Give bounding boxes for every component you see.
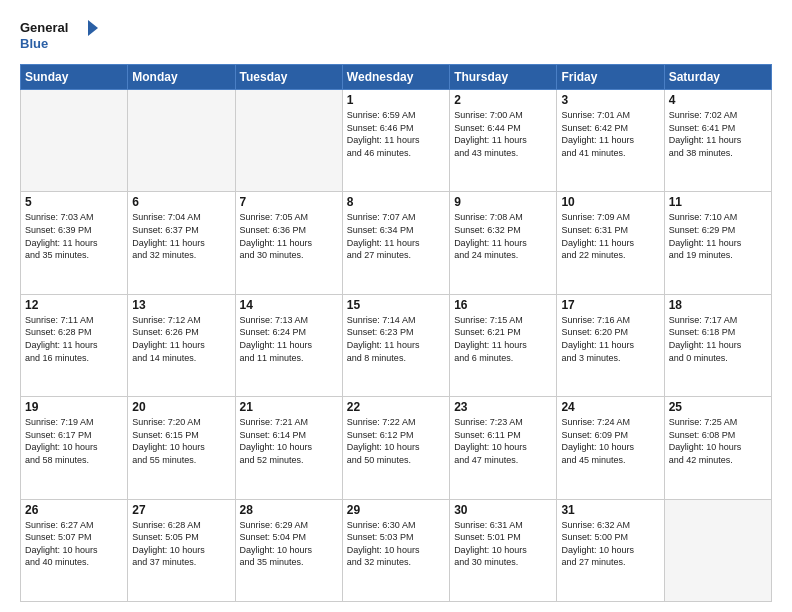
day-info: Sunrise: 6:30 AM Sunset: 5:03 PM Dayligh… bbox=[347, 519, 445, 569]
day-number: 1 bbox=[347, 93, 445, 107]
day-info: Sunrise: 7:16 AM Sunset: 6:20 PM Dayligh… bbox=[561, 314, 659, 364]
calendar-cell: 19Sunrise: 7:19 AM Sunset: 6:17 PM Dayli… bbox=[21, 397, 128, 499]
calendar-cell: 17Sunrise: 7:16 AM Sunset: 6:20 PM Dayli… bbox=[557, 294, 664, 396]
day-info: Sunrise: 7:01 AM Sunset: 6:42 PM Dayligh… bbox=[561, 109, 659, 159]
day-info: Sunrise: 7:15 AM Sunset: 6:21 PM Dayligh… bbox=[454, 314, 552, 364]
day-number: 28 bbox=[240, 503, 338, 517]
calendar-cell: 23Sunrise: 7:23 AM Sunset: 6:11 PM Dayli… bbox=[450, 397, 557, 499]
day-info: Sunrise: 7:11 AM Sunset: 6:28 PM Dayligh… bbox=[25, 314, 123, 364]
calendar-cell: 18Sunrise: 7:17 AM Sunset: 6:18 PM Dayli… bbox=[664, 294, 771, 396]
calendar-cell: 2Sunrise: 7:00 AM Sunset: 6:44 PM Daylig… bbox=[450, 90, 557, 192]
day-number: 23 bbox=[454, 400, 552, 414]
calendar-cell: 16Sunrise: 7:15 AM Sunset: 6:21 PM Dayli… bbox=[450, 294, 557, 396]
calendar-cell: 27Sunrise: 6:28 AM Sunset: 5:05 PM Dayli… bbox=[128, 499, 235, 601]
day-number: 10 bbox=[561, 195, 659, 209]
day-info: Sunrise: 7:20 AM Sunset: 6:15 PM Dayligh… bbox=[132, 416, 230, 466]
day-info: Sunrise: 7:12 AM Sunset: 6:26 PM Dayligh… bbox=[132, 314, 230, 364]
weekday-header-row: SundayMondayTuesdayWednesdayThursdayFrid… bbox=[21, 65, 772, 90]
week-row-4: 19Sunrise: 7:19 AM Sunset: 6:17 PM Dayli… bbox=[21, 397, 772, 499]
calendar-cell bbox=[664, 499, 771, 601]
day-number: 11 bbox=[669, 195, 767, 209]
day-number: 20 bbox=[132, 400, 230, 414]
day-number: 14 bbox=[240, 298, 338, 312]
day-number: 19 bbox=[25, 400, 123, 414]
day-info: Sunrise: 6:29 AM Sunset: 5:04 PM Dayligh… bbox=[240, 519, 338, 569]
day-info: Sunrise: 7:04 AM Sunset: 6:37 PM Dayligh… bbox=[132, 211, 230, 261]
day-number: 30 bbox=[454, 503, 552, 517]
weekday-sunday: Sunday bbox=[21, 65, 128, 90]
day-info: Sunrise: 7:10 AM Sunset: 6:29 PM Dayligh… bbox=[669, 211, 767, 261]
calendar-cell: 26Sunrise: 6:27 AM Sunset: 5:07 PM Dayli… bbox=[21, 499, 128, 601]
svg-text:General: General bbox=[20, 20, 68, 35]
svg-text:Blue: Blue bbox=[20, 36, 48, 51]
calendar-cell: 28Sunrise: 6:29 AM Sunset: 5:04 PM Dayli… bbox=[235, 499, 342, 601]
day-info: Sunrise: 6:32 AM Sunset: 5:00 PM Dayligh… bbox=[561, 519, 659, 569]
calendar-cell: 11Sunrise: 7:10 AM Sunset: 6:29 PM Dayli… bbox=[664, 192, 771, 294]
calendar-cell: 20Sunrise: 7:20 AM Sunset: 6:15 PM Dayli… bbox=[128, 397, 235, 499]
calendar-cell: 21Sunrise: 7:21 AM Sunset: 6:14 PM Dayli… bbox=[235, 397, 342, 499]
day-number: 12 bbox=[25, 298, 123, 312]
weekday-saturday: Saturday bbox=[664, 65, 771, 90]
weekday-friday: Friday bbox=[557, 65, 664, 90]
weekday-monday: Monday bbox=[128, 65, 235, 90]
calendar-table: SundayMondayTuesdayWednesdayThursdayFrid… bbox=[20, 64, 772, 602]
day-number: 16 bbox=[454, 298, 552, 312]
calendar-cell: 5Sunrise: 7:03 AM Sunset: 6:39 PM Daylig… bbox=[21, 192, 128, 294]
day-number: 22 bbox=[347, 400, 445, 414]
day-number: 17 bbox=[561, 298, 659, 312]
day-number: 9 bbox=[454, 195, 552, 209]
calendar-cell: 31Sunrise: 6:32 AM Sunset: 5:00 PM Dayli… bbox=[557, 499, 664, 601]
day-number: 2 bbox=[454, 93, 552, 107]
day-number: 24 bbox=[561, 400, 659, 414]
day-info: Sunrise: 7:07 AM Sunset: 6:34 PM Dayligh… bbox=[347, 211, 445, 261]
svg-marker-2 bbox=[88, 20, 98, 36]
logo-icon: General Blue bbox=[20, 18, 100, 54]
day-info: Sunrise: 7:22 AM Sunset: 6:12 PM Dayligh… bbox=[347, 416, 445, 466]
calendar-cell: 25Sunrise: 7:25 AM Sunset: 6:08 PM Dayli… bbox=[664, 397, 771, 499]
calendar-cell: 4Sunrise: 7:02 AM Sunset: 6:41 PM Daylig… bbox=[664, 90, 771, 192]
day-number: 18 bbox=[669, 298, 767, 312]
calendar-cell: 29Sunrise: 6:30 AM Sunset: 5:03 PM Dayli… bbox=[342, 499, 449, 601]
day-info: Sunrise: 7:17 AM Sunset: 6:18 PM Dayligh… bbox=[669, 314, 767, 364]
day-info: Sunrise: 7:08 AM Sunset: 6:32 PM Dayligh… bbox=[454, 211, 552, 261]
day-info: Sunrise: 6:28 AM Sunset: 5:05 PM Dayligh… bbox=[132, 519, 230, 569]
day-number: 29 bbox=[347, 503, 445, 517]
day-number: 4 bbox=[669, 93, 767, 107]
weekday-wednesday: Wednesday bbox=[342, 65, 449, 90]
day-info: Sunrise: 7:19 AM Sunset: 6:17 PM Dayligh… bbox=[25, 416, 123, 466]
page: General Blue SundayMondayTuesdayWednesda… bbox=[0, 0, 792, 612]
day-info: Sunrise: 7:02 AM Sunset: 6:41 PM Dayligh… bbox=[669, 109, 767, 159]
calendar-cell: 6Sunrise: 7:04 AM Sunset: 6:37 PM Daylig… bbox=[128, 192, 235, 294]
calendar-cell: 8Sunrise: 7:07 AM Sunset: 6:34 PM Daylig… bbox=[342, 192, 449, 294]
day-info: Sunrise: 7:25 AM Sunset: 6:08 PM Dayligh… bbox=[669, 416, 767, 466]
calendar-cell: 14Sunrise: 7:13 AM Sunset: 6:24 PM Dayli… bbox=[235, 294, 342, 396]
day-number: 5 bbox=[25, 195, 123, 209]
day-info: Sunrise: 7:21 AM Sunset: 6:14 PM Dayligh… bbox=[240, 416, 338, 466]
day-info: Sunrise: 6:27 AM Sunset: 5:07 PM Dayligh… bbox=[25, 519, 123, 569]
day-info: Sunrise: 7:05 AM Sunset: 6:36 PM Dayligh… bbox=[240, 211, 338, 261]
calendar-cell: 7Sunrise: 7:05 AM Sunset: 6:36 PM Daylig… bbox=[235, 192, 342, 294]
day-number: 25 bbox=[669, 400, 767, 414]
day-number: 27 bbox=[132, 503, 230, 517]
header: General Blue bbox=[20, 18, 772, 54]
calendar-cell bbox=[21, 90, 128, 192]
weekday-tuesday: Tuesday bbox=[235, 65, 342, 90]
day-number: 7 bbox=[240, 195, 338, 209]
day-info: Sunrise: 7:03 AM Sunset: 6:39 PM Dayligh… bbox=[25, 211, 123, 261]
day-info: Sunrise: 7:13 AM Sunset: 6:24 PM Dayligh… bbox=[240, 314, 338, 364]
calendar-cell: 12Sunrise: 7:11 AM Sunset: 6:28 PM Dayli… bbox=[21, 294, 128, 396]
logo: General Blue bbox=[20, 18, 100, 54]
day-number: 21 bbox=[240, 400, 338, 414]
day-info: Sunrise: 7:09 AM Sunset: 6:31 PM Dayligh… bbox=[561, 211, 659, 261]
calendar-cell: 3Sunrise: 7:01 AM Sunset: 6:42 PM Daylig… bbox=[557, 90, 664, 192]
day-number: 3 bbox=[561, 93, 659, 107]
week-row-2: 5Sunrise: 7:03 AM Sunset: 6:39 PM Daylig… bbox=[21, 192, 772, 294]
calendar-cell: 9Sunrise: 7:08 AM Sunset: 6:32 PM Daylig… bbox=[450, 192, 557, 294]
calendar-cell: 13Sunrise: 7:12 AM Sunset: 6:26 PM Dayli… bbox=[128, 294, 235, 396]
calendar-cell: 30Sunrise: 6:31 AM Sunset: 5:01 PM Dayli… bbox=[450, 499, 557, 601]
week-row-5: 26Sunrise: 6:27 AM Sunset: 5:07 PM Dayli… bbox=[21, 499, 772, 601]
day-info: Sunrise: 7:00 AM Sunset: 6:44 PM Dayligh… bbox=[454, 109, 552, 159]
day-info: Sunrise: 7:24 AM Sunset: 6:09 PM Dayligh… bbox=[561, 416, 659, 466]
calendar-cell bbox=[235, 90, 342, 192]
calendar-cell: 10Sunrise: 7:09 AM Sunset: 6:31 PM Dayli… bbox=[557, 192, 664, 294]
